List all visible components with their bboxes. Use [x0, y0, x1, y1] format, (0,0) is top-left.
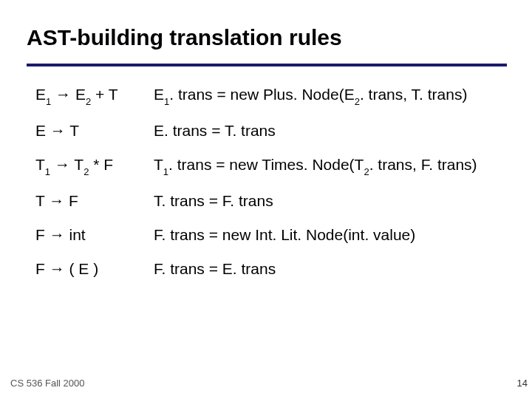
rule-row: E1 → E2 + TE1. trans = new Plus. Node(E2…	[35, 86, 508, 106]
rule-rhs: E1. trans = new Plus. Node(E2. trans, T.…	[154, 86, 508, 106]
slide-title: AST-building translation rules	[27, 25, 342, 50]
rule-lhs: F → ( E )	[35, 260, 154, 278]
slide: AST-building translation rules E1 → E2 +…	[0, 0, 532, 399]
rule-rhs: T. trans = F. trans	[154, 192, 508, 210]
title-rule	[27, 64, 507, 66]
rule-row: T → FT. trans = F. trans	[35, 192, 508, 210]
rule-rhs: T1. trans = new Times. Node(T2. trans, F…	[154, 156, 508, 176]
rule-row: E → TE. trans = T. trans	[35, 122, 508, 140]
footer-page-number: 14	[517, 378, 528, 389]
footer-course: CS 536 Fall 2000	[10, 378, 84, 389]
rule-lhs: E → T	[35, 122, 154, 140]
rule-row: T1 → T2 * FT1. trans = new Times. Node(T…	[35, 156, 508, 176]
rule-rhs: F. trans = E. trans	[154, 260, 508, 278]
rule-lhs: T → F	[35, 192, 154, 210]
rule-rhs: F. trans = new Int. Lit. Node(int. value…	[154, 226, 508, 244]
rule-lhs: F → int	[35, 226, 154, 244]
rule-lhs: T1 → T2 * F	[35, 156, 154, 176]
rule-row: F → ( E )F. trans = E. trans	[35, 260, 508, 278]
rule-rhs: E. trans = T. trans	[154, 122, 508, 140]
rule-lhs: E1 → E2 + T	[35, 86, 154, 106]
rule-row: F → intF. trans = new Int. Lit. Node(int…	[35, 226, 508, 244]
rules-table: E1 → E2 + TE1. trans = new Plus. Node(E2…	[35, 86, 508, 294]
